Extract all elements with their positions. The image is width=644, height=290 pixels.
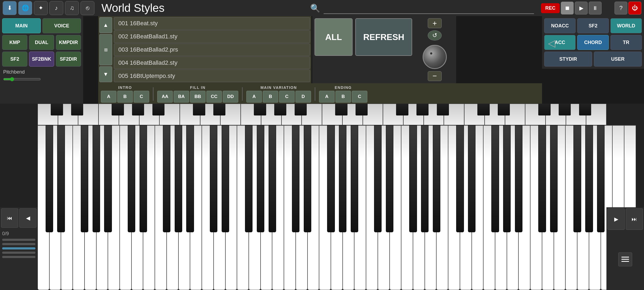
chord-button[interactable]: CHORD (577, 35, 609, 50)
sidebar-btn-sf2[interactable]: SF2 (2, 52, 27, 67)
menu-icon-button[interactable] (618, 252, 632, 266)
mini-black-key-22[interactable] (498, 104, 510, 115)
black-key-39[interactable] (503, 125, 511, 232)
mini-black-key-15[interactable] (356, 104, 368, 115)
note2-icon[interactable]: ♫ (65, 1, 79, 15)
tr-button[interactable]: TR (610, 35, 642, 50)
main-b-button[interactable]: B (263, 91, 278, 103)
stop-button[interactable]: ⏹ (561, 2, 574, 15)
black-key-33[interactable] (433, 125, 440, 232)
user-button[interactable]: USER (594, 52, 642, 67)
fill-bb-button[interactable]: BB (190, 91, 206, 103)
sidebar-btn-sf2dir[interactable]: SF2DIR (56, 52, 81, 67)
black-key-40[interactable] (515, 125, 522, 232)
mini-black-key-17[interactable] (396, 104, 408, 115)
power-button[interactable]: ⏻ (628, 2, 641, 15)
mini-black-key-5[interactable] (152, 104, 164, 115)
black-key-26[interactable] (351, 125, 358, 232)
kb-next-button[interactable]: ▶ (608, 208, 625, 230)
mini-black-key-8[interactable] (213, 104, 225, 115)
volume-knob[interactable] (423, 45, 447, 69)
mini-black-key-18[interactable] (416, 104, 429, 115)
style-item-4[interactable]: 004 16BeatBallad2.sty (114, 56, 310, 69)
ending-c-button[interactable]: C (352, 91, 367, 103)
refresh-small-button[interactable]: ↺ (428, 30, 442, 40)
plus-button[interactable]: + (428, 18, 442, 28)
main-d-button[interactable]: D (295, 91, 311, 103)
mini-black-key-11[interactable] (274, 104, 286, 115)
rec-button[interactable]: REC (541, 3, 560, 13)
vel-bar-1[interactable] (2, 239, 35, 241)
vel-bar-3[interactable] (2, 247, 35, 249)
black-key-7[interactable] (128, 125, 135, 232)
black-key-32[interactable] (421, 125, 429, 232)
scroll-down-button[interactable]: ▼ (99, 66, 112, 82)
intro-a-button[interactable]: A (101, 91, 116, 103)
all-filter-button[interactable]: ALL (314, 18, 353, 56)
black-key-18[interactable] (257, 125, 264, 232)
kb-next-next-button[interactable]: ⏭ (626, 208, 643, 230)
black-key-4[interactable] (93, 125, 100, 232)
black-key-15[interactable] (222, 125, 229, 232)
black-key-31[interactable] (409, 125, 417, 232)
black-key-12[interactable] (186, 125, 194, 232)
sf2-right-button[interactable]: SF2 (577, 18, 609, 33)
black-key-46[interactable] (585, 125, 593, 232)
black-key-29[interactable] (386, 125, 393, 232)
vel-bar-2[interactable] (2, 243, 35, 245)
black-key-17[interactable] (245, 125, 253, 232)
play-button[interactable]: ▶ (575, 2, 588, 15)
black-key-22[interactable] (304, 125, 311, 232)
style-item-5[interactable]: 005 16BtUptempo.sty (114, 70, 310, 82)
mini-black-key-10[interactable] (254, 104, 266, 115)
ending-b-button[interactable]: B (335, 91, 351, 103)
fill-dd-button[interactable]: DD (223, 91, 238, 103)
fill-cc-button[interactable]: CC (206, 91, 222, 103)
mini-black-key-1[interactable] (71, 104, 83, 115)
kb-prev-button[interactable]: ◀ (19, 208, 36, 228)
style-item-2[interactable]: 002 16BeatBallad1.sty (114, 30, 310, 43)
mini-black-key-3[interactable] (112, 104, 124, 115)
world-button[interactable]: WORLD (610, 18, 642, 33)
black-key-42[interactable] (538, 125, 546, 232)
black-key-21[interactable] (292, 125, 299, 232)
black-key-8[interactable] (140, 125, 147, 232)
black-key-25[interactable] (339, 125, 346, 232)
back-arrow[interactable]: ◁ (548, 38, 555, 49)
main-c-button[interactable]: C (279, 91, 295, 103)
black-key-28[interactable] (374, 125, 382, 232)
black-key-35[interactable] (456, 125, 464, 232)
black-key-36[interactable] (468, 125, 475, 232)
music-icon[interactable]: ♪ (49, 1, 63, 15)
black-key-24[interactable] (327, 125, 335, 232)
pitchbend-slider[interactable] (3, 77, 41, 81)
scroll-up-button[interactable]: ▲ (99, 17, 112, 33)
main-keyboard[interactable] (38, 125, 636, 290)
sidebar-btn-main[interactable]: MAIN (2, 18, 41, 33)
intro-c-button[interactable]: C (134, 91, 149, 103)
vel-bar-5[interactable] (2, 256, 35, 258)
noacc-button[interactable]: NOACC (544, 18, 576, 33)
black-key-43[interactable] (550, 125, 558, 232)
mini-black-key-7[interactable] (193, 104, 205, 115)
black-key-3[interactable] (81, 125, 88, 232)
sidebar-btn-dual[interactable]: DUAL (29, 35, 54, 50)
black-key-38[interactable] (491, 125, 499, 232)
search-input[interactable] (324, 2, 534, 14)
mini-black-key-21[interactable] (477, 104, 489, 115)
black-key-47[interactable] (597, 125, 605, 232)
black-key-45[interactable] (573, 125, 581, 232)
mini-black-key-14[interactable] (335, 104, 347, 115)
fill-aa-button[interactable]: AA (157, 91, 173, 103)
black-key-19[interactable] (269, 125, 276, 232)
black-key-10[interactable] (163, 125, 170, 232)
fill-ba-button[interactable]: BA (174, 91, 189, 103)
mini-black-key-19[interactable] (437, 104, 449, 115)
black-key-11[interactable] (175, 125, 182, 232)
mini-black-key-4[interactable] (132, 104, 144, 115)
black-key-5[interactable] (104, 125, 112, 232)
main-a-button[interactable]: A (246, 91, 262, 103)
mini-black-key-26[interactable] (579, 104, 591, 115)
sidebar-btn-voice[interactable]: VOICE (42, 18, 81, 33)
help-button[interactable]: ? (614, 2, 627, 15)
